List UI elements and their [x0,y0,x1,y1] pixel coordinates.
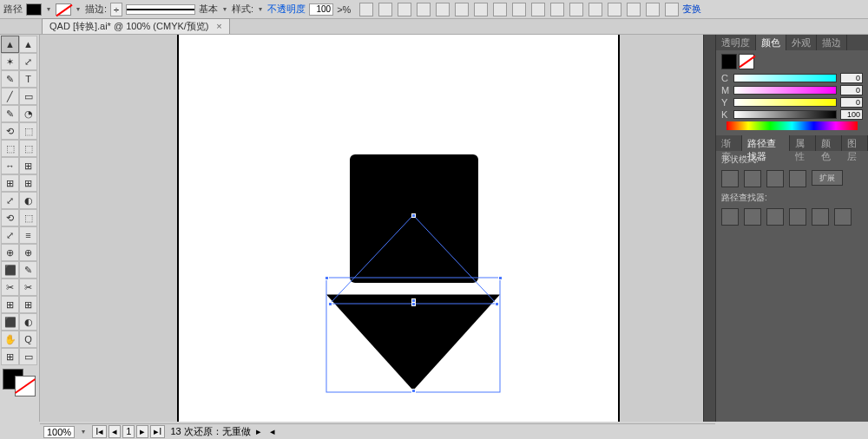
tool-button[interactable]: ⊞ [1,296,19,313]
tool-button[interactable]: ⤢ [1,226,19,244]
panel-tab[interactable]: 图层 [842,135,868,151]
tool-button[interactable]: ▲ [19,36,37,53]
chevron-down-icon[interactable]: ▾ [80,428,87,436]
document-tab[interactable]: QAD [转换].ai* @ 100% (CMYK/预览) × [42,18,230,34]
tool-button[interactable]: ↔ [1,157,19,174]
intersect-button[interactable] [766,170,784,187]
align-icon[interactable] [378,3,392,16]
tool-button[interactable]: ⊞ [19,157,37,174]
selection-handle[interactable] [498,276,503,280]
align-icon[interactable] [550,3,564,16]
canvas[interactable] [40,35,703,422]
channel-slider[interactable] [733,86,837,95]
panel-tab[interactable]: 描边 [817,35,847,50]
tool-button[interactable]: ⊞ [19,174,37,192]
page-field[interactable]: 1 [122,425,135,438]
panel-tab[interactable]: 颜色 [756,35,786,50]
align-icon[interactable] [417,3,431,16]
channel-slider[interactable] [733,110,837,119]
tool-button[interactable]: ⬛ [1,261,19,278]
tool-button[interactable]: ▲ [1,36,19,53]
stroke-color[interactable] [15,376,36,396]
align-icon[interactable] [493,3,507,16]
tool-button[interactable]: ⊞ [1,348,19,365]
tool-button[interactable]: ⊕ [19,244,37,261]
chevron-down-icon[interactable]: ▾ [75,5,82,13]
tool-button[interactable]: ▭ [19,348,37,365]
channel-value[interactable] [840,85,863,95]
tool-button[interactable]: ✎ [1,70,19,88]
tool-button[interactable]: ⊞ [19,296,37,313]
chevron-down-icon[interactable]: ▾ [45,5,52,13]
unite-button[interactable] [721,170,739,187]
tool-button[interactable]: ⟲ [1,209,19,226]
tool-button[interactable]: ◐ [19,313,37,331]
tool-button[interactable]: T [19,70,37,88]
expand-button[interactable]: 扩展 [812,170,843,186]
tool-button[interactable]: ⤢ [19,53,37,70]
chevron-down-icon[interactable]: ▾ [221,5,228,13]
tool-button[interactable]: Q [19,331,37,348]
align-icon[interactable] [646,3,660,16]
tool-button[interactable]: ✎ [1,105,19,122]
align-icon[interactable] [436,3,450,16]
align-icon[interactable] [359,3,373,16]
align-icon[interactable] [589,3,602,16]
divide-button[interactable] [721,208,739,226]
tool-button[interactable]: ✂ [19,278,37,296]
channel-value[interactable] [840,73,863,83]
tool-button[interactable]: ⊕ [1,244,19,261]
panel-tab[interactable]: 外观 [786,35,817,50]
align-icon[interactable] [627,3,641,16]
tool-button[interactable]: ◐ [19,192,37,209]
channel-slider[interactable] [733,98,837,107]
panel-collapse-strip[interactable] [703,35,715,422]
last-page-button[interactable]: ▸I [150,425,165,438]
align-icon[interactable] [474,3,488,16]
tool-button[interactable]: ⬚ [19,209,37,226]
selection-handle[interactable] [495,302,499,306]
zoom-field[interactable]: 100% [43,426,75,438]
panel-tab[interactable]: 属性 [790,135,816,151]
merge-button[interactable] [766,208,784,226]
tool-button[interactable]: ⬚ [19,122,37,140]
tool-button[interactable]: ⬚ [19,140,37,157]
brush-preview[interactable] [126,4,195,15]
align-icon[interactable] [512,3,526,16]
selection-handle[interactable] [328,302,332,306]
prev-page-button[interactable]: ◂ [108,425,121,438]
trim-button[interactable] [744,208,761,226]
minus-front-button[interactable] [744,170,761,187]
align-icon[interactable] [608,3,621,16]
chevron-down-icon[interactable]: ▾ [257,5,264,13]
selection-handle[interactable] [325,276,329,280]
square-shape[interactable] [350,154,478,283]
tool-button[interactable]: ✂ [1,278,19,296]
selection-handle[interactable] [411,213,416,218]
tool-button[interactable]: ✎ [19,261,37,278]
stroke-weight-field[interactable]: ÷ [110,3,122,16]
align-icon[interactable] [398,3,411,16]
tool-button[interactable]: ⤢ [1,192,19,209]
next-page-button[interactable]: ▸ [136,425,148,438]
panel-tab[interactable]: 颜色 [816,135,842,151]
minus-back-button[interactable] [834,208,852,226]
tool-button[interactable]: ╱ [1,88,19,105]
close-icon[interactable]: × [216,21,221,31]
first-page-button[interactable]: I◂ [92,425,107,438]
spectrum-bar[interactable] [727,121,858,130]
channel-value[interactable] [840,109,863,120]
crop-button[interactable] [789,208,806,226]
fill-swatch[interactable] [26,3,42,16]
tool-button[interactable]: ⬚ [1,140,19,157]
panel-tab[interactable]: 渐变 [716,135,742,151]
tool-button[interactable]: ✶ [1,53,19,70]
panel-tab[interactable]: 路径查找器 [742,135,790,151]
exclude-button[interactable] [789,170,806,187]
dropdown-arrow-icon[interactable]: ▸ [256,426,261,437]
opacity-label[interactable]: 不透明度 [267,3,306,16]
fill-stroke-well[interactable] [1,367,37,398]
channel-value[interactable] [840,97,863,108]
channel-slider[interactable] [733,74,837,82]
align-icon[interactable] [455,3,469,16]
